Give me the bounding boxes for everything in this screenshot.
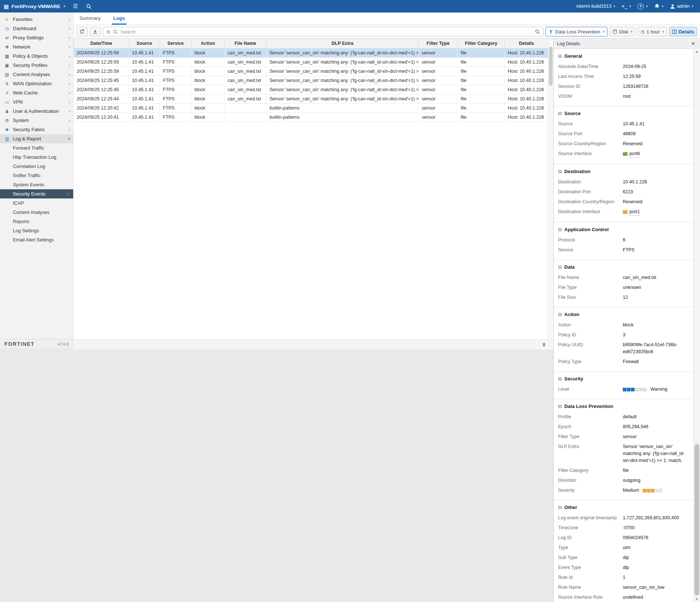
sidebar-item-policy-objects[interactable]: ▦Policy & Objects› [0, 51, 73, 61]
search-submit-icon[interactable] [535, 29, 540, 34]
section-header[interactable]: ⊟Data Loss Prevention [554, 402, 693, 412]
sidebar-item-content-analyses[interactable]: ▤Content Analyses› [0, 70, 73, 79]
sidebar-item-log-report[interactable]: ▥Log & Report▾ [0, 134, 73, 143]
tab-summary[interactable]: Summary [78, 12, 102, 25]
collapse-icon[interactable]: ⊟ [558, 505, 562, 510]
favorite-star-icon[interactable]: ☆ [66, 191, 70, 197]
column-header-source[interactable]: Source [129, 39, 160, 49]
sidebar-item-network[interactable]: ✚Network› [0, 42, 73, 51]
column-header-dlp-extra[interactable]: DLP Extra [267, 39, 419, 49]
main-filler [74, 350, 553, 602]
section-header[interactable]: ⊟Other [554, 503, 693, 513]
collapse-icon[interactable]: ⊟ [558, 404, 562, 409]
cli-console-button[interactable]: >_ ▾ [619, 0, 634, 12]
log-type-dropdown[interactable]: Data Loss Prevention ▾ [546, 27, 607, 36]
table-scrollbar-thumb[interactable] [549, 47, 553, 86]
section-header[interactable]: ⊟Action [554, 310, 693, 320]
sidebar-item-dashboard[interactable]: ◷Dashboard› [0, 24, 73, 33]
sidebar-item-wan-optimization[interactable]: ↯WAN Optimization› [0, 79, 73, 88]
sidebar-subitem-label: Log Settings [13, 228, 39, 233]
column-header-filter-type[interactable]: Filter Type [419, 39, 458, 49]
collapse-icon[interactable]: ⊟ [558, 376, 562, 381]
sidebar-item-proxy-settings[interactable]: ⇄Proxy Settings› [0, 33, 73, 42]
cell-action: block [192, 94, 225, 104]
sidebar-item-sniffer-traffic[interactable]: Sniffer Traffic [0, 171, 73, 180]
sidebar-item-http-transaction-log[interactable]: Http Transaction Log [0, 153, 73, 162]
table-row[interactable]: 2024/09/25 12:25:4510.45.1.41FTPSblockca… [74, 85, 549, 94]
sidebar-item-web-cache[interactable]: ≡Web Cache› [0, 88, 73, 97]
sidebar-item-reports[interactable]: Reports [0, 217, 73, 226]
time-range-dropdown[interactable]: ◷ 1 hour ▾ [638, 27, 667, 36]
refresh-button[interactable] [76, 27, 88, 36]
column-header-filter-category[interactable]: Filter Category [458, 39, 505, 49]
cell-filter-category: file [458, 76, 505, 85]
collapse-icon[interactable]: ⊟ [558, 265, 562, 270]
sidebar-item-security-fabric[interactable]: ❖Security Fabric› [0, 125, 73, 134]
table-row[interactable]: 2024/09/25 12:25:5910.45.1.41FTPSblockca… [74, 58, 549, 67]
table-row[interactable]: 2024/09/25 12:20:4210.45.1.41FTPSblockbu… [74, 104, 549, 113]
collapse-icon[interactable]: ⊟ [558, 227, 562, 232]
collapse-icon[interactable]: ⊟ [558, 312, 562, 317]
add-filter-icon[interactable]: ⊕ [106, 29, 111, 35]
detail-label: Session ID [558, 83, 623, 90]
table-row[interactable]: 2024/09/25 12:25:5910.45.1.41FTPSblockca… [74, 49, 549, 58]
sidebar-item-favorites[interactable]: ★Favorites› [0, 15, 73, 24]
table-scrollbar[interactable] [548, 39, 553, 340]
scroll-up-icon[interactable]: ▲ [694, 49, 700, 54]
collapse-icon[interactable]: ⊟ [558, 54, 562, 59]
sidebar-item-security-profiles[interactable]: ▣Security Profiles› [0, 61, 73, 70]
menu-toggle-button[interactable]: ☰ [69, 0, 82, 12]
notifications-button[interactable]: ▾ [651, 0, 667, 12]
sidebar-item-vpn[interactable]: ▭VPN› [0, 97, 73, 107]
column-header-date-time[interactable]: Date/Time [74, 39, 129, 49]
help-button[interactable]: ? ▾ [635, 0, 651, 12]
detail-row: Policy UUIDb95909fe-7ac4-51ef-736b-ed672… [554, 340, 693, 357]
section-header[interactable]: ⊟Data [554, 263, 693, 273]
section-title: Action [564, 312, 579, 317]
scroll-down-icon[interactable]: ▼ [694, 596, 700, 602]
search-input[interactable] [120, 29, 533, 35]
user-menu[interactable]: admin ▾ [667, 0, 696, 12]
panel-scrollbar[interactable]: ▲ ▼ [693, 49, 700, 602]
sidebar-item-correlation-log[interactable]: Correlation Log [0, 162, 73, 171]
sidebar-item-icap[interactable]: ICAP [0, 198, 73, 208]
collapse-icon[interactable]: ⊟ [558, 169, 562, 174]
detail-value: Medium [623, 487, 689, 494]
column-header-details[interactable]: Details [505, 39, 549, 49]
interface-value[interactable]: port6 [623, 150, 640, 158]
chevron-right-icon: › [69, 81, 70, 86]
sidebar-item-system[interactable]: ⚙System› [0, 116, 73, 125]
global-search-button[interactable] [82, 0, 96, 12]
table-row[interactable]: 2024/09/25 12:25:4510.45.1.41FTPSblockca… [74, 76, 549, 85]
details-toggle-button[interactable]: Details [669, 27, 697, 36]
section-header[interactable]: ⊟Source [554, 109, 693, 119]
sidebar-item-content-analyses[interactable]: Content Analyses [0, 208, 73, 217]
table-row[interactable]: 2024/09/25 12:25:5910.45.1.41FTPSblockca… [74, 67, 549, 76]
table-row[interactable]: 2024/09/25 12:25:4410.45.1.41FTPSblockca… [74, 94, 549, 104]
close-icon[interactable]: ✕ [690, 40, 697, 47]
column-header-action[interactable]: Action [192, 39, 225, 49]
cell-filter-type: sensor [419, 104, 458, 113]
sidebar-item-forward-traffic[interactable]: Forward Traffic [0, 143, 73, 153]
column-header-file-name[interactable]: File Name [225, 39, 267, 49]
sidebar-item-system-events[interactable]: System Events [0, 180, 73, 189]
storage-dropdown[interactable]: Disk ▾ [610, 27, 635, 36]
download-button[interactable] [90, 27, 101, 36]
sidebar-item-email-alert-settings[interactable]: Email Alert Settings [0, 235, 73, 244]
section-header[interactable]: ⊟Destination [554, 167, 693, 177]
tab-logs[interactable]: Logs [112, 12, 126, 25]
section-header[interactable]: ⊟Application Control [554, 225, 693, 235]
column-header-service[interactable]: Service [160, 39, 192, 49]
detail-value-link[interactable]: 3 [623, 332, 625, 338]
sidebar-item-security-events[interactable]: Security Events☆ [0, 189, 73, 198]
build-selector[interactable]: interim build1513 ▾ [574, 0, 618, 12]
table-row[interactable]: 2024/09/25 12:20:4110.45.1.41FTPSblockbu… [74, 113, 549, 122]
interface-value[interactable]: port1 [623, 208, 640, 216]
product-brand[interactable]: ▦ FortiProxy-VMWARE ▾ [0, 4, 69, 9]
section-header[interactable]: ⊟Security [554, 375, 693, 384]
section-header[interactable]: ⊟General [554, 52, 693, 62]
panel-scrollbar-thumb[interactable] [694, 444, 699, 595]
sidebar-item-user-authentication[interactable]: ♟User & Authentication› [0, 107, 73, 116]
collapse-icon[interactable]: ⊟ [558, 111, 562, 116]
sidebar-item-log-settings[interactable]: Log Settings [0, 226, 73, 235]
